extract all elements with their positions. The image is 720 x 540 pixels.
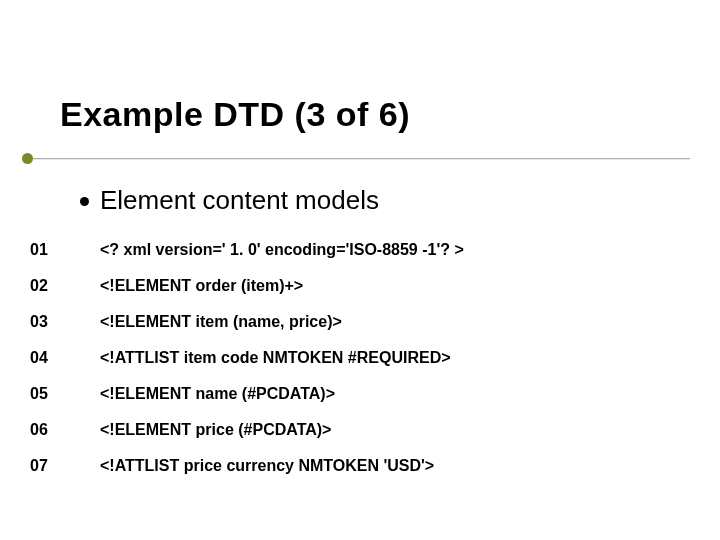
line-number: 06 — [30, 421, 100, 439]
code-line: <!ELEMENT item (name, price)> — [100, 313, 670, 331]
divider — [30, 158, 690, 159]
slide-title: Example DTD (3 of 6) — [60, 95, 410, 134]
line-number: 04 — [30, 349, 100, 367]
line-number: 03 — [30, 313, 100, 331]
table-row: 01 <? xml version=' 1. 0' encoding='ISO-… — [30, 232, 670, 268]
table-row: 05 <!ELEMENT name (#PCDATA)> — [30, 376, 670, 412]
line-number: 07 — [30, 457, 100, 475]
table-row: 07 <!ATTLIST price currency NMTOKEN 'USD… — [30, 448, 670, 484]
code-line: <!ELEMENT name (#PCDATA)> — [100, 385, 670, 403]
bullet-icon — [80, 197, 89, 206]
table-row: 06 <!ELEMENT price (#PCDATA)> — [30, 412, 670, 448]
code-line: <? xml version=' 1. 0' encoding='ISO-885… — [100, 241, 670, 259]
code-table: 01 <? xml version=' 1. 0' encoding='ISO-… — [30, 232, 670, 484]
code-line: <!ATTLIST price currency NMTOKEN 'USD'> — [100, 457, 670, 475]
table-row: 04 <!ATTLIST item code NMTOKEN #REQUIRED… — [30, 340, 670, 376]
table-row: 02 <!ELEMENT order (item)+> — [30, 268, 670, 304]
line-number: 01 — [30, 241, 100, 259]
subhead: Element content models — [100, 185, 379, 216]
code-line: <!ELEMENT order (item)+> — [100, 277, 670, 295]
code-line: <!ATTLIST item code NMTOKEN #REQUIRED> — [100, 349, 670, 367]
line-number: 05 — [30, 385, 100, 403]
slide: Example DTD (3 of 6) Element content mod… — [0, 0, 720, 540]
line-number: 02 — [30, 277, 100, 295]
table-row: 03 <!ELEMENT item (name, price)> — [30, 304, 670, 340]
code-line: <!ELEMENT price (#PCDATA)> — [100, 421, 670, 439]
divider-dot — [22, 153, 33, 164]
